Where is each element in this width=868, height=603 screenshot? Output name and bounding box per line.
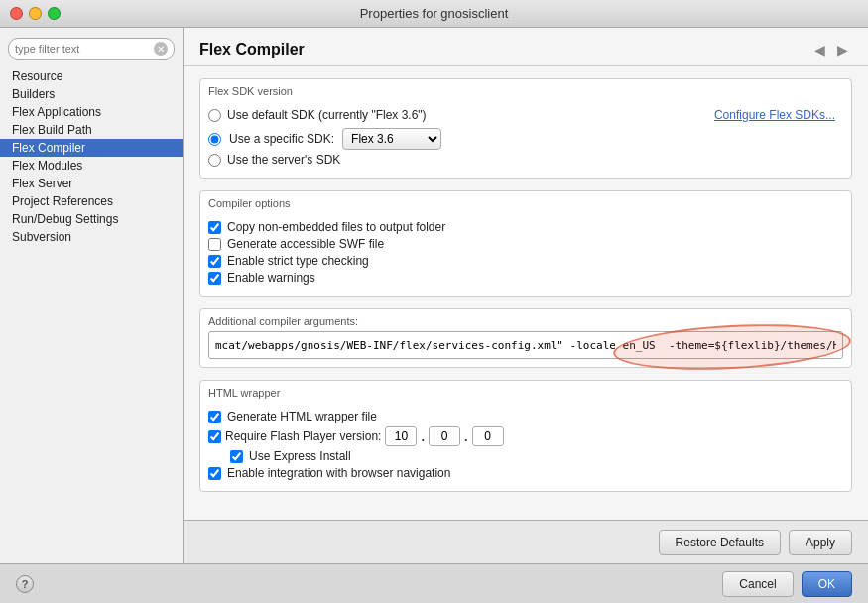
sidebar: ✕ Resource Builders Flex Applications Fl… <box>0 28 184 563</box>
html-wrapper-body: Generate HTML wrapper file Require Flash… <box>200 403 851 491</box>
sidebar-item-resource[interactable]: Resource <box>0 67 183 85</box>
strict-type-label: Enable strict type checking <box>227 254 369 268</box>
apply-button[interactable]: Apply <box>789 530 852 555</box>
restore-defaults-button[interactable]: Restore Defaults <box>659 530 781 555</box>
additional-args-section: Additional compiler arguments: <box>199 308 852 368</box>
browser-nav-label: Enable integration with browser navigati… <box>227 466 450 480</box>
flex-sdk-body: Use default SDK (currently "Flex 3.6") C… <box>200 101 851 178</box>
back-arrow[interactable]: ◀ <box>810 40 829 60</box>
flash-minor-version[interactable] <box>429 426 460 446</box>
browser-nav-checkbox[interactable] <box>208 467 221 480</box>
generate-html-checkbox[interactable] <box>208 411 221 423</box>
compiler-options-body: Copy non-embedded files to output folder… <box>200 213 851 296</box>
flex-sdk-section: Flex SDK version Use default SDK (curren… <box>199 78 852 179</box>
html-wrapper-section: HTML wrapper Generate HTML wrapper file … <box>199 380 852 492</box>
require-flash-row: Require Flash Player version: . . <box>208 426 843 446</box>
server-sdk-row: Use the server's SDK <box>208 153 843 167</box>
sidebar-item-flex-modules[interactable]: Flex Modules <box>0 157 183 175</box>
flash-patch-version[interactable] <box>472 426 504 446</box>
close-button[interactable] <box>10 7 23 20</box>
args-input-wrapper <box>208 331 843 359</box>
footer-buttons: Cancel OK <box>722 571 852 597</box>
server-sdk-label: Use the server's SDK <box>227 153 340 167</box>
warnings-row: Enable warnings <box>208 271 843 285</box>
generate-html-row: Generate HTML wrapper file <box>208 410 843 423</box>
nav-arrows: ◀ ▶ <box>810 40 852 60</box>
panel-header: Flex Compiler ◀ ▶ <box>184 28 868 66</box>
cancel-button[interactable]: Cancel <box>722 571 793 597</box>
panel-body: Flex SDK version Use default SDK (curren… <box>184 66 868 520</box>
copy-files-label: Copy non-embedded files to output folder <box>227 220 445 234</box>
sidebar-item-flex-build-path[interactable]: Flex Build Path <box>0 121 183 139</box>
ok-button[interactable]: OK <box>802 571 852 597</box>
specific-sdk-radio[interactable] <box>208 133 221 146</box>
sidebar-item-subversion[interactable]: Subversion <box>0 228 183 246</box>
express-install-row: Use Express Install <box>230 449 843 463</box>
additional-args-label: Additional compiler arguments: <box>200 309 851 331</box>
option-row-default-sdk: Use default SDK (currently "Flex 3.6") <box>208 108 427 122</box>
sidebar-item-run-debug-settings[interactable]: Run/Debug Settings <box>0 210 183 228</box>
main-content: ✕ Resource Builders Flex Applications Fl… <box>0 28 868 563</box>
default-sdk-radio[interactable] <box>208 109 221 122</box>
sidebar-item-builders[interactable]: Builders <box>0 85 183 103</box>
dot-1: . <box>421 429 425 444</box>
accessible-swf-row: Generate accessible SWF file <box>208 237 843 251</box>
minimize-button[interactable] <box>29 7 42 20</box>
browser-nav-row: Enable integration with browser navigati… <box>208 466 843 480</box>
search-box[interactable]: ✕ <box>8 38 175 60</box>
html-wrapper-title: HTML wrapper <box>200 381 851 403</box>
specific-sdk-row: Use a specific SDK: Flex 3.6 Flex 4.0 Fl… <box>208 128 843 150</box>
sidebar-item-flex-applications[interactable]: Flex Applications <box>0 103 183 121</box>
additional-args-input[interactable] <box>208 331 843 359</box>
sidebar-item-flex-server[interactable]: Flex Server <box>0 175 183 192</box>
generate-html-label: Generate HTML wrapper file <box>227 410 377 423</box>
default-sdk-label: Use default SDK (currently "Flex 3.6") <box>227 108 427 122</box>
sidebar-item-flex-compiler[interactable]: Flex Compiler <box>0 139 183 157</box>
copy-files-checkbox[interactable] <box>208 221 221 234</box>
forward-arrow[interactable]: ▶ <box>833 40 852 60</box>
help-button[interactable]: ? <box>16 575 34 593</box>
configure-flex-sdks-link[interactable]: Configure Flex SDKs... <box>714 108 835 122</box>
strict-type-checkbox[interactable] <box>208 255 221 268</box>
require-flash-checkbox[interactable] <box>208 430 221 443</box>
express-install-label: Use Express Install <box>249 449 351 463</box>
footer: ? Cancel OK <box>0 563 868 603</box>
sdk-select[interactable]: Flex 3.6 Flex 4.0 Flex 4.5 <box>342 128 441 150</box>
panel-title: Flex Compiler <box>199 41 305 59</box>
specific-sdk-label: Use a specific SDK: <box>229 132 334 146</box>
search-input[interactable] <box>15 43 154 55</box>
strict-type-row: Enable strict type checking <box>208 254 843 268</box>
action-bar: Restore Defaults Apply <box>184 520 868 563</box>
copy-files-row: Copy non-embedded files to output folder <box>208 220 843 234</box>
clear-search-button[interactable]: ✕ <box>154 42 168 56</box>
warnings-label: Enable warnings <box>227 271 315 285</box>
flash-major-version[interactable] <box>385 426 417 446</box>
server-sdk-radio[interactable] <box>208 154 221 167</box>
panel: Flex Compiler ◀ ▶ Flex SDK version Use d… <box>184 28 868 563</box>
window-title: Properties for gnosisclient <box>360 6 509 21</box>
flex-sdk-title: Flex SDK version <box>200 79 851 101</box>
accessible-swf-label: Generate accessible SWF file <box>227 237 384 251</box>
title-bar: Properties for gnosisclient <box>0 0 868 28</box>
dot-2: . <box>464 429 468 444</box>
compiler-options-section: Compiler options Copy non-embedded files… <box>199 190 852 297</box>
express-install-checkbox[interactable] <box>230 450 243 463</box>
sidebar-item-project-references[interactable]: Project References <box>0 192 183 210</box>
compiler-options-title: Compiler options <box>200 191 851 213</box>
accessible-swf-checkbox[interactable] <box>208 238 221 251</box>
warnings-checkbox[interactable] <box>208 272 221 285</box>
window-controls[interactable] <box>10 7 61 20</box>
require-flash-label: Require Flash Player version: <box>225 429 381 443</box>
maximize-button[interactable] <box>48 7 61 20</box>
